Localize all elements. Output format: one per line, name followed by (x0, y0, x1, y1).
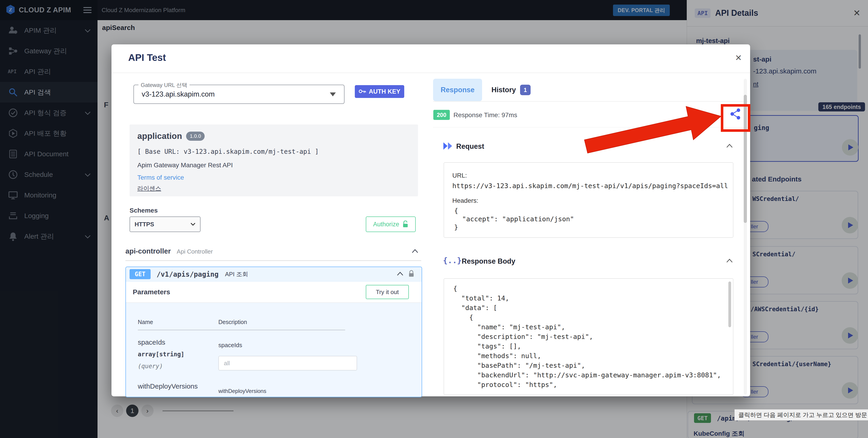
code-scrollbar[interactable] (728, 281, 731, 327)
operation-summary: API 조회 (225, 270, 248, 278)
unlock-icon (402, 221, 408, 228)
controller-name: api-controller (125, 247, 171, 255)
gateway-url-select[interactable]: Gateway URL 선택 v3-123.api.skapim.com (133, 85, 344, 104)
schemes-label: Schemes (129, 207, 158, 214)
chevron-up-icon[interactable] (412, 249, 418, 254)
operation-block-get-paging: GET /v1/apis/paging API 조회 Parameters Tr… (125, 267, 422, 397)
modal-title: API Test (128, 52, 166, 63)
response-time: Response Time: 97ms (454, 112, 517, 119)
gateway-url-label: Gateway URL 선택 (138, 82, 189, 89)
tab-history[interactable]: History 1 (492, 85, 531, 95)
lock-icon[interactable] (408, 270, 414, 278)
response-body-card: { "total": 14, "data": [ { "name": "mj-t… (444, 278, 734, 395)
schemes-value: HTTPS (134, 221, 154, 228)
column-header-description: Description (218, 319, 247, 325)
version-badge: 1.0.0 (186, 132, 205, 141)
history-count-badge: 1 (520, 85, 531, 95)
parameters-header: Parameters Try it out (126, 281, 422, 303)
param-description: spaceIds (218, 342, 242, 349)
browser-status-tooltip: 클릭하면 다음 페이지로 가고 누르고 있으면 방문 기록이 나타납니다 (734, 409, 868, 420)
gateway-url-value: v3-123.api.skapim.com (142, 90, 215, 98)
close-icon[interactable]: ✕ (735, 53, 742, 63)
param-type: array[string] (138, 351, 185, 358)
status-code-badge: 200 (433, 110, 450, 120)
param-spaceids-input[interactable] (218, 356, 357, 371)
get-method-badge: GET (129, 269, 151, 279)
application-info-block: application 1.0.0 [ Base URL: v3-123.api… (129, 124, 418, 196)
auth-key-button[interactable]: AUTH KEY (355, 85, 404, 98)
request-icon (443, 142, 453, 151)
operation-path: /v1/apis/paging (157, 270, 219, 278)
tab-response[interactable]: Response (433, 79, 482, 101)
try-it-out-button[interactable]: Try it out (366, 285, 409, 299)
api-test-modal: API Test ✕ Gateway URL 선택 v3-123.api.ska… (112, 44, 750, 396)
divider (125, 260, 421, 261)
column-header-name: Name (138, 319, 153, 325)
response-json: { "total": 14, "data": [ { "name": "mj-t… (453, 284, 721, 389)
operation-header[interactable]: GET /v1/apis/paging API 조회 (126, 267, 422, 281)
authorize-label: Authorize (373, 221, 399, 228)
annotation-highlight-box (721, 104, 750, 132)
terms-of-service-link[interactable]: Terms of service (137, 174, 184, 181)
request-url: https://v3-123.api.skapim.com/mj-test-ap… (452, 182, 728, 190)
caret-down-icon (190, 223, 195, 226)
app-description: Apim Gateway Manager Rest API (137, 162, 233, 169)
auth-key-label: AUTH KEY (369, 88, 400, 95)
key-icon (359, 88, 366, 95)
divider (138, 330, 345, 330)
chevron-up-icon[interactable] (397, 272, 403, 277)
divider (112, 72, 750, 73)
parameters-title: Parameters (133, 288, 170, 296)
base-url: [ Base URL: v3-123.api.skapim.com/mj-tes… (137, 148, 319, 155)
chevron-up-icon[interactable] (726, 259, 733, 263)
url-label: URL: (452, 172, 467, 179)
license-link[interactable]: 라이센스 (137, 184, 161, 192)
tab-history-label: History (492, 86, 516, 94)
response-body-title: Response Body (462, 257, 515, 265)
param-name: spaceIds (138, 339, 165, 346)
annotation-arrow (581, 101, 728, 160)
controller-description: Api Controller (177, 248, 213, 255)
authorize-button[interactable]: Authorize (366, 217, 416, 232)
braces-icon: {..} (443, 256, 462, 265)
param-location: (query) (138, 363, 163, 370)
headers-label: Headers: (452, 197, 478, 205)
request-title: Request (456, 142, 484, 151)
request-headers: { "accept": "application/json" } (454, 207, 574, 231)
request-card: URL: https://v3-123.api.skapim.com/mj-te… (444, 162, 734, 238)
parameters-table: Name Description spaceIds array[string] … (126, 303, 422, 397)
schemes-select[interactable]: HTTPS (129, 217, 200, 232)
app-name: application (137, 131, 182, 141)
param-description: withDeployVersions (218, 388, 266, 394)
caret-down-icon (330, 92, 336, 96)
param-name: withDeployVersions (138, 382, 198, 390)
